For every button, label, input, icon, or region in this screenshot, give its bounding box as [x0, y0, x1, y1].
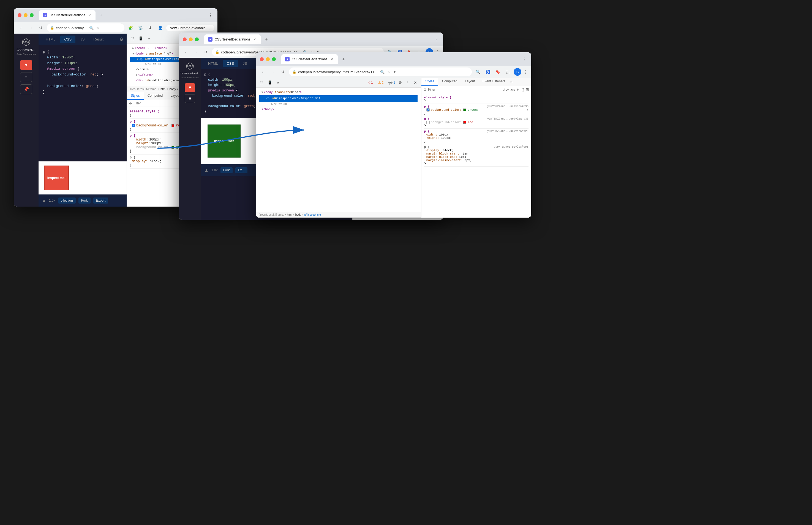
export-btn-2[interactable]: Ex...	[235, 167, 248, 173]
cls-hint-3[interactable]: .cls	[510, 88, 515, 91]
window-controls-icon-2[interactable]: ⋮	[433, 36, 439, 43]
hov-hint-3[interactable]: :hov	[503, 88, 509, 91]
device-icon-3[interactable]: 📱	[266, 79, 273, 86]
save-icon-3[interactable]: ⬚	[504, 68, 512, 76]
forward-btn-3[interactable]: →	[269, 68, 277, 76]
info-badge-3[interactable]: 💬 1	[387, 80, 397, 85]
forward-btn-2[interactable]: →	[192, 48, 200, 56]
tab-styles-3[interactable]: Styles	[421, 78, 438, 86]
kebab-icon-1[interactable]: ⋮	[207, 26, 211, 30]
active-tab-2[interactable]: CSSNestedDeclarations ✕	[204, 34, 261, 44]
checkbox-bg-red[interactable]: ✓	[132, 124, 135, 127]
bookmark-icon-3[interactable]: 🔖	[494, 68, 501, 76]
active-tab-1[interactable]: CSSNestedDeclarations ✕	[39, 10, 95, 20]
warn-badge-3[interactable]: ⚠ 2	[376, 80, 385, 85]
bc-item[interactable]: html	[160, 87, 166, 91]
heart-btn-1[interactable]: ♥	[20, 60, 32, 70]
maximize-button[interactable]	[30, 13, 34, 17]
more-tabs-3[interactable]: »	[509, 78, 514, 86]
star-icon[interactable]: ☆	[96, 26, 100, 30]
list-btn-1[interactable]: ≡	[20, 72, 32, 82]
tab-close-2[interactable]: ✕	[252, 37, 257, 42]
checkbox-3-red[interactable]	[426, 121, 430, 124]
copy-icon-3[interactable]: ⬚	[520, 87, 524, 92]
device-icon[interactable]: 📱	[137, 35, 144, 42]
tab-result-1[interactable]: Result	[90, 35, 107, 43]
more-tools-icon[interactable]: »	[146, 35, 152, 42]
gear-icon-3[interactable]: ⚙	[399, 80, 402, 85]
tab-css-1[interactable]: CSS	[60, 35, 75, 43]
layout-icon-3[interactable]: ⊞	[526, 87, 529, 92]
bc-item[interactable]: #result.result-iframe.	[130, 87, 157, 91]
color-swatch-green[interactable]	[171, 146, 174, 149]
tab-layout-3[interactable]: Layout	[461, 78, 479, 86]
up-arrow-btn-1[interactable]: ▲	[42, 198, 46, 203]
profile-avatar-3[interactable]: S	[514, 68, 521, 76]
extensions-icon[interactable]: 🧩	[127, 24, 134, 32]
error-badge-3[interactable]: ✕ 1	[366, 80, 375, 85]
minimize-button[interactable]	[24, 13, 28, 17]
tab-computed-3[interactable]: Computed	[438, 78, 461, 86]
reload-btn-3[interactable]: ↺	[279, 68, 287, 76]
new-tab-button-1[interactable]: +	[97, 11, 105, 19]
bc-body-3[interactable]: body	[295, 213, 301, 216]
bc-active-3[interactable]: p#inspect-me	[304, 213, 321, 216]
download-icon[interactable]: ⬇	[146, 24, 154, 32]
inspect-icon[interactable]: ⬚	[129, 35, 136, 42]
back-btn-3[interactable]: ←	[259, 68, 267, 76]
tab-html-1[interactable]: HTML	[42, 35, 59, 43]
color-swatch-3-green[interactable]	[463, 108, 466, 111]
new-tab-button-3[interactable]: +	[339, 55, 347, 63]
star-icon-3[interactable]: ☆	[387, 70, 391, 74]
list-btn-2[interactable]: ≡	[185, 94, 195, 103]
close-button-2[interactable]	[183, 38, 187, 41]
tab-computed-1[interactable]: Computed	[144, 92, 167, 100]
active-tab-3[interactable]: CSSNestedDeclarations ✕	[281, 54, 338, 64]
new-tab-button-2[interactable]: +	[262, 35, 270, 43]
forward-btn-1[interactable]: →	[27, 24, 35, 32]
maximize-button-2[interactable]	[195, 38, 199, 41]
zoom-icon-3[interactable]: 🔍	[474, 68, 482, 76]
fork-btn-1[interactable]: Fork	[78, 197, 91, 204]
accessibility-icon-3[interactable]: ♿	[484, 68, 491, 76]
css-editor-1[interactable]: p { width: 100px; height: 100px; @media …	[38, 45, 127, 161]
minimize-button-3[interactable]	[266, 57, 270, 61]
tab-styles-1[interactable]: Styles	[127, 92, 144, 100]
add-prop-3[interactable]: +	[527, 108, 529, 111]
up-arrow-btn-2[interactable]: ▲	[204, 168, 209, 173]
bc-item-3[interactable]: #result.result-iframe.	[259, 213, 284, 216]
share-icon-3[interactable]: ⬆	[393, 70, 396, 74]
back-btn-2[interactable]: ←	[182, 48, 190, 56]
cast-icon[interactable]: 📡	[137, 24, 144, 32]
more-tools-icon-3[interactable]: »	[275, 79, 281, 86]
settings-icon-1[interactable]: ⚙	[120, 36, 123, 42]
collection-btn-1[interactable]: ollection	[58, 197, 76, 204]
bc-html-3[interactable]: html	[287, 213, 292, 216]
reload-btn-1[interactable]: ↺	[37, 24, 45, 32]
address-bar-1[interactable]: 🔒 codepen.io/sofiay... 🔍 ☆	[47, 24, 124, 32]
checkbox-bg-green-override[interactable]	[132, 146, 135, 149]
inspect-icon-3[interactable]: ⬚	[258, 79, 265, 86]
tab-close-3[interactable]: ✕	[329, 57, 334, 61]
tab-event-3[interactable]: Event Listeners	[479, 78, 509, 86]
checkbox-3-green[interactable]: ✓	[426, 108, 430, 111]
close-button-3[interactable]	[260, 57, 264, 61]
tab-js-2[interactable]: JS	[239, 60, 251, 67]
bc-item[interactable]: body	[169, 87, 176, 91]
color-swatch-3-red[interactable]	[463, 121, 466, 124]
kebab-dt-3[interactable]: ⋮	[404, 79, 410, 86]
maximize-button-3[interactable]	[272, 57, 276, 61]
close-dt-3[interactable]: ✕	[412, 79, 419, 86]
tab-css-2[interactable]: CSS	[223, 60, 238, 67]
heart-btn-2[interactable]: ♥	[185, 83, 195, 92]
tab-html-2[interactable]: HTML	[204, 60, 222, 67]
filter-input-3[interactable]	[428, 88, 501, 91]
minimize-button-2[interactable]	[189, 38, 193, 41]
window-controls-icon[interactable]: ⋮	[207, 12, 214, 18]
close-button[interactable]	[18, 13, 21, 17]
pin-btn-1[interactable]: 📌	[20, 84, 32, 94]
tab-close-1[interactable]: ✕	[87, 13, 92, 17]
address-bar-3[interactable]: 🔒 codepen.io/sofiayem/pen/yLmYEmZ?editor…	[289, 68, 472, 76]
tab-js-1[interactable]: JS	[77, 35, 88, 43]
profile-icon[interactable]: 👤	[156, 24, 164, 32]
